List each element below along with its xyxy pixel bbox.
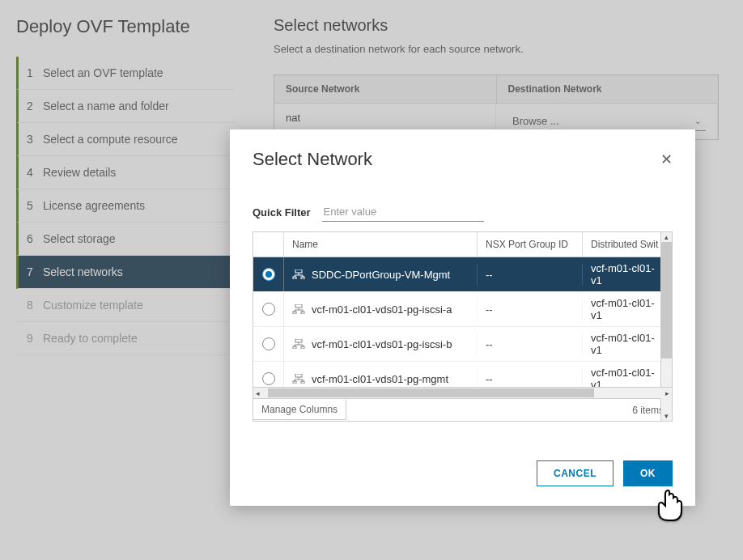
network-grid: Name NSX Port Group ID Distributed Swit …	[253, 231, 673, 422]
scroll-thumb[interactable]	[661, 242, 672, 358]
portgroup-icon	[292, 339, 305, 349]
horizontal-scrollbar[interactable]: ◂ ▸	[253, 387, 672, 398]
svg-rect-7	[293, 346, 296, 349]
svg-rect-4	[293, 312, 296, 314]
modal-title: Select Network	[253, 149, 372, 170]
cancel-button[interactable]: CANCEL	[537, 460, 614, 486]
network-row[interactable]: vcf-m01-cl01-vds01-pg-iscsi-b -- vcf-m01…	[253, 327, 672, 362]
radio-icon[interactable]	[262, 303, 275, 316]
manage-columns-button[interactable]: Manage Columns	[253, 400, 346, 420]
svg-rect-11	[301, 381, 304, 384]
portgroup-icon	[292, 269, 305, 279]
item-count: 6 items	[632, 405, 664, 416]
close-icon[interactable]: ✕	[660, 151, 673, 168]
radio-icon[interactable]	[262, 372, 275, 385]
svg-rect-2	[301, 277, 304, 279]
ok-button[interactable]: OK	[623, 460, 673, 486]
network-row[interactable]: SDDC-DPortGroup-VM-Mgmt -- vcf-m01-cl01-…	[253, 257, 672, 292]
svg-rect-1	[293, 277, 296, 279]
grid-header: Name NSX Port Group ID Distributed Swit	[253, 232, 672, 257]
svg-rect-5	[301, 312, 304, 314]
svg-rect-6	[295, 339, 302, 342]
svg-rect-9	[295, 374, 302, 377]
select-network-modal: Select Network ✕ Quick Filter Name NSX P…	[230, 129, 695, 506]
col-nsx-port-group-id[interactable]: NSX Port Group ID	[478, 232, 583, 257]
col-name[interactable]: Name	[284, 232, 478, 257]
quick-filter-input[interactable]	[322, 202, 484, 222]
radio-icon[interactable]	[262, 337, 275, 350]
scroll-down-icon[interactable]: ▾	[664, 411, 669, 421]
network-row[interactable]: vcf-m01-cl01-vds01-pg-iscsi-a -- vcf-m01…	[253, 292, 672, 327]
svg-rect-0	[295, 269, 302, 273]
scroll-up-icon[interactable]: ▴	[664, 232, 669, 242]
radio-icon[interactable]	[262, 268, 275, 281]
network-row[interactable]: vcf-m01-cl01-vds01-pg-mgmt -- vcf-m01-cl…	[253, 362, 672, 387]
portgroup-icon	[292, 374, 305, 384]
portgroup-icon	[292, 304, 305, 314]
scroll-thumb[interactable]	[268, 388, 594, 397]
svg-rect-3	[295, 304, 302, 308]
svg-rect-10	[293, 381, 296, 384]
col-distributed-switch[interactable]: Distributed Swit	[583, 232, 672, 257]
svg-rect-8	[301, 346, 304, 349]
scroll-left-icon[interactable]: ◂	[253, 389, 262, 397]
scroll-right-icon[interactable]: ▸	[663, 389, 672, 397]
quick-filter-label: Quick Filter	[253, 206, 311, 218]
